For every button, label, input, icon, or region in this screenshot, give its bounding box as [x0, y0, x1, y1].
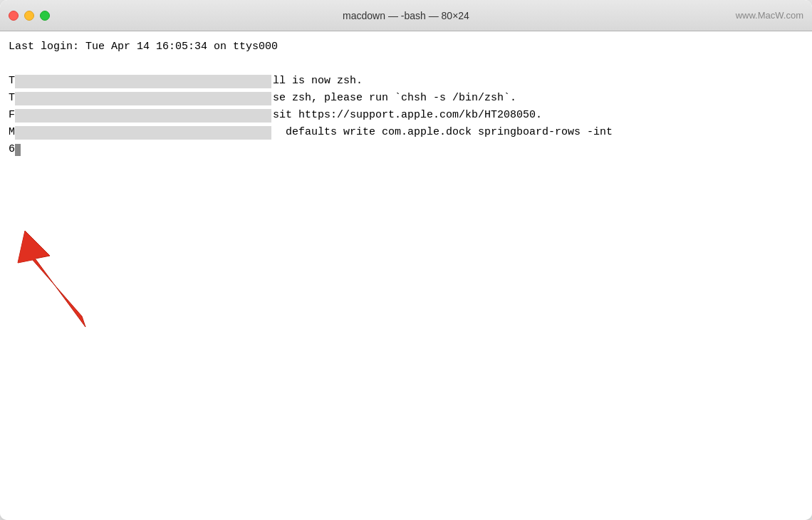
login-line: Last login: Tue Apr 14 16:05:34 on ttys0… [9, 38, 803, 56]
terminal-line-4: M defaults write com.apple.dock springbo… [9, 124, 803, 141]
line4-prefix: M [9, 124, 15, 141]
line1-prefix: T [9, 73, 15, 90]
line3-prefix: F [9, 107, 15, 124]
line3-suffix: sit https://support.apple.com/kb/HT20805… [273, 107, 542, 124]
terminal-line-2: Tse zsh, please run `chsh -s /bin/zsh`. [9, 90, 803, 107]
empty-line-1 [9, 56, 803, 73]
prompt-text: 6 [9, 141, 15, 158]
line2-suffix: se zsh, please run `chsh -s /bin/zsh`. [273, 90, 516, 107]
watermark-text: www.MacW.com [736, 10, 803, 21]
maximize-button[interactable] [40, 11, 50, 21]
line4-suffix: defaults write com.apple.dock springboar… [273, 124, 613, 141]
line1-suffix: ll is now zsh. [273, 73, 363, 90]
redacted-3 [15, 109, 271, 123]
prompt-line: 6 [9, 141, 803, 158]
minimize-button[interactable] [24, 11, 34, 21]
arrow-svg [14, 217, 100, 331]
terminal-line-3: Fsit https://support.apple.com/kb/HT2080… [9, 107, 803, 124]
terminal-line-1: Tll is now zsh. [9, 73, 803, 90]
arrow-annotation [14, 217, 100, 331]
login-text: Last login: Tue Apr 14 16:05:34 on ttys0… [9, 38, 278, 56]
titlebar: macdown — -bash — 80×24 www.MacW.com [0, 0, 812, 31]
terminal-cursor [15, 144, 21, 156]
window-title: macdown — -bash — 80×24 [343, 10, 469, 21]
close-button[interactable] [9, 11, 19, 21]
redacted-2 [15, 92, 271, 105]
terminal-window: macdown — -bash — 80×24 www.MacW.com Las… [0, 0, 812, 520]
traffic-lights [9, 11, 50, 21]
redacted-1 [15, 75, 271, 88]
line2-prefix: T [9, 90, 15, 107]
redacted-4 [15, 126, 271, 140]
terminal-body[interactable]: Last login: Tue Apr 14 16:05:34 on ttys0… [0, 31, 812, 520]
